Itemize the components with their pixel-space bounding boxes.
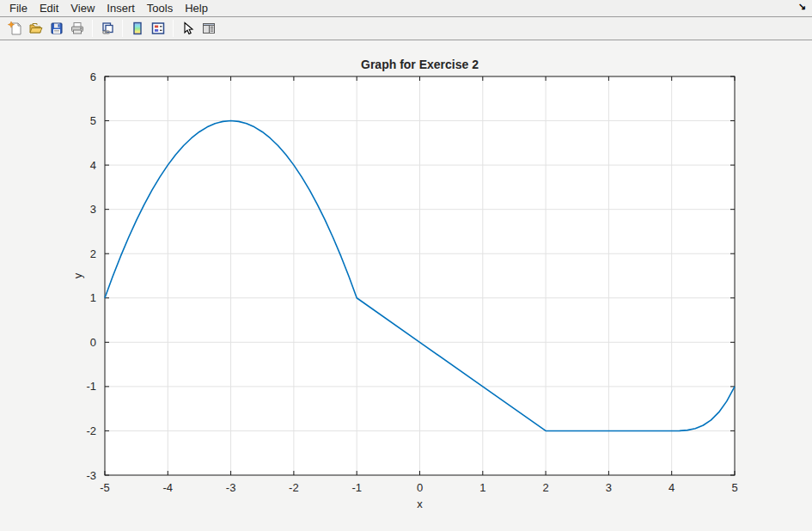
figure-plot: -5-4-3-2-1012345-3-2-10123456Graph for E…: [0, 40, 812, 529]
figure-canvas: -5-4-3-2-1012345-3-2-10123456Graph for E…: [0, 40, 812, 529]
y-tick-label: 4: [90, 159, 96, 172]
side-panel-icon: [201, 21, 217, 36]
y-tick-label: 1: [90, 291, 96, 304]
x-tick-label: 3: [606, 481, 612, 494]
copy-link-icon: [100, 21, 115, 36]
copy-clipboard-button[interactable]: [97, 18, 118, 39]
x-tick-label: 4: [669, 481, 675, 494]
pointer-mode-button[interactable]: [178, 18, 198, 39]
y-tick-label: -3: [86, 469, 96, 482]
x-axis-label: x: [417, 497, 423, 510]
properties-dialog-icon: [150, 21, 166, 36]
toolbar-separator: [122, 20, 123, 37]
toolbar-separator: [92, 20, 93, 37]
y-tick-label: 6: [90, 70, 96, 83]
y-tick-label: 0: [90, 336, 96, 349]
menu-help[interactable]: Help: [179, 0, 214, 16]
new-figure-button[interactable]: [5, 18, 26, 39]
save-floppy-icon: [49, 21, 64, 36]
y-axis-label: y: [71, 272, 84, 278]
open-folder-icon: [28, 21, 44, 36]
toggle-panel-button[interactable]: [198, 18, 219, 39]
menubar: File Edit View Insert Tools Help ↘: [0, 0, 812, 17]
x-tick-label: -1: [351, 481, 362, 494]
menu-file[interactable]: File: [3, 0, 34, 16]
figure-properties-button[interactable]: [148, 18, 168, 39]
x-tick-label: 5: [731, 481, 737, 494]
colormap-gradient-icon: [130, 21, 145, 36]
menu-insert[interactable]: Insert: [101, 0, 141, 16]
open-figure-button[interactable]: [26, 18, 46, 39]
x-tick-label: -2: [289, 481, 299, 494]
resize-arrow-icon: ↘: [798, 1, 806, 12]
menu-edit[interactable]: Edit: [34, 0, 64, 16]
y-tick-label: 2: [90, 247, 96, 260]
mouse-pointer-icon: [180, 21, 196, 36]
figure-toolbar: [0, 17, 812, 40]
x-tick-label: 0: [417, 481, 423, 494]
menu-view[interactable]: View: [64, 0, 101, 16]
y-tick-label: 5: [90, 114, 96, 127]
x-tick-label: 1: [479, 481, 485, 494]
x-tick-label: -4: [163, 481, 174, 494]
chart-title: Graph for Exercise 2: [361, 58, 479, 71]
menu-tools[interactable]: Tools: [141, 0, 179, 16]
print-figure-button[interactable]: [67, 18, 88, 39]
x-tick-label: 2: [542, 481, 548, 494]
x-tick-label: -5: [100, 481, 110, 494]
save-figure-button[interactable]: [46, 18, 67, 39]
colormap-button[interactable]: [127, 18, 148, 39]
printer-icon: [70, 21, 85, 36]
y-tick-label: -1: [86, 380, 96, 393]
y-tick-label: -2: [86, 424, 96, 437]
x-tick-label: -3: [226, 481, 236, 494]
y-tick-label: 3: [90, 203, 96, 216]
toolbar-separator: [173, 20, 174, 37]
new-document-icon: [8, 21, 23, 36]
